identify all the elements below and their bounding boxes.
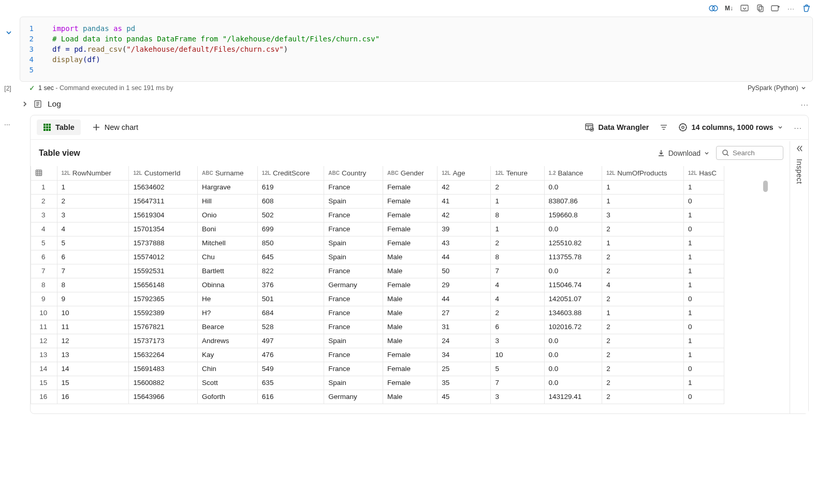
cell: 2 [31,194,57,208]
svg-point-0 [709,6,714,11]
table-row[interactable]: 4415701354Boni699FranceFemale3910.020 [31,222,724,236]
column-header-country[interactable]: ABCCountry [324,166,383,180]
cell: 113755.78 [544,250,602,264]
column-header-balance[interactable]: 1.2Balance [544,166,602,180]
cell: 142051.07 [544,292,602,306]
cell: Female [383,362,437,376]
table-row[interactable]: 141415691483Chin549FranceFemale2550.020 [31,362,724,376]
cell: 4 [602,278,684,292]
duration-label: 1 sec - Command executed in 1 sec 191 ms… [38,84,173,92]
cell: 3 [602,208,684,222]
svg-rect-8 [46,124,48,126]
column-header-customerid[interactable]: 12LCustomerId [129,166,198,180]
copy-cell-icon[interactable] [755,3,765,13]
inspect-label[interactable]: Inspect [795,159,804,184]
filter-icon[interactable] [660,123,668,131]
cell: France [324,222,383,236]
cell: 50 [437,264,491,278]
data-table-wrap[interactable]: 12LRowNumber12LCustomerIdABCSurname12LCr… [31,166,790,404]
cell: 25 [437,362,491,376]
cell: 15 [57,376,129,390]
add-cell-below-icon[interactable] [770,3,781,13]
search-box[interactable] [716,146,783,160]
delete-cell-icon[interactable] [801,3,812,13]
cell: 15592389 [129,306,198,320]
cell: 1 [491,194,544,208]
table-row[interactable]: 8815656148Obinna376GermanyFemale29411504… [31,278,724,292]
cell: Female [383,376,437,390]
table-row[interactable]: 161615643966Goforth616GermanyMale4531431… [31,390,724,404]
cell: Female [383,348,437,362]
cell: Male [383,390,437,404]
cell: 1 [684,264,724,278]
row-index-header[interactable] [31,166,57,180]
collapse-cell-chevron[interactable] [5,29,12,36]
column-header-age[interactable]: 12LAge [437,166,491,180]
table-row[interactable]: 3315619304Onio502FranceFemale428159660.8… [31,208,724,222]
table-row[interactable]: 151515600882Scott635SpainFemale3570.021 [31,376,724,390]
table-row[interactable]: 101015592389H?684FranceMale272134603.881… [31,306,724,320]
side-ellipsis-icon[interactable]: ··· [4,120,10,128]
cell: 2 [57,194,129,208]
cell: 15632264 [129,348,198,362]
table-row[interactable]: 131315632264Kay476FranceFemale34100.021 [31,348,724,362]
code-editor[interactable]: import pandas as pd # Load data into pan… [38,23,812,75]
new-chart-button[interactable]: New chart [87,120,143,135]
cell: 1 [31,180,57,194]
table-row[interactable]: 111115767821Bearce528FranceMale316102016… [31,320,724,334]
search-input[interactable] [733,149,774,157]
table-row[interactable]: 2215647311Hill608SpainFemale41183807.861… [31,194,724,208]
cell: 45 [437,390,491,404]
vertical-scroll-thumb[interactable] [763,181,768,192]
table-row[interactable]: 5515737888Mitchell850SpainFemale43212551… [31,236,724,250]
column-header-creditscore[interactable]: 12LCreditScore [257,166,324,180]
cell: 5 [31,236,57,250]
cell: 102016.72 [544,320,602,334]
column-header-gender[interactable]: ABCGender [383,166,437,180]
expand-log-chevron-icon[interactable] [22,101,28,107]
table-row[interactable]: 9915792365He501FranceMale444142051.0720 [31,292,724,306]
cell: 2 [491,236,544,250]
cell: H? [198,306,258,320]
column-header-hasc[interactable]: 12LHasC [684,166,724,180]
more-log-icon[interactable]: ··· [800,100,809,109]
column-header-surname[interactable]: ABCSurname [198,166,258,180]
svg-rect-12 [49,126,51,128]
table-row[interactable]: 6615574012Chu645SpainMale448113755.7821 [31,250,724,264]
cell: 1 [684,334,724,348]
cell: 619 [257,180,324,194]
cell: France [324,320,383,334]
collapse-inspect-icon[interactable] [795,144,804,153]
markdown-icon[interactable]: M↓ [724,3,734,13]
cell: France [324,292,383,306]
convert-cell-icon[interactable] [739,3,750,13]
svg-rect-3 [757,5,762,10]
data-wrangler-button[interactable]: Data Wrangler [585,123,649,132]
code-cell[interactable]: 1 2 3 4 5 import pandas as pd # Load dat… [20,17,813,82]
horizontal-scrollbar[interactable] [31,404,790,413]
cell: 9 [57,292,129,306]
table-view-button[interactable]: Table [37,120,81,135]
toggle-cell-icon[interactable] [708,3,719,13]
cell: Female [383,194,437,208]
column-header-rownumber[interactable]: 12LRowNumber [57,166,129,180]
log-section[interactable]: Log ··· [0,94,817,115]
column-count-button[interactable]: 14 columns, 1000 rows [678,123,784,132]
column-header-tenure[interactable]: 12LTenure [491,166,544,180]
cell: 7 [57,264,129,278]
kernel-label[interactable]: PySpark (Python) [748,84,807,92]
cell: 1 [684,348,724,362]
cell: 850 [257,236,324,250]
cell: 645 [257,250,324,264]
cell: 44 [437,292,491,306]
table-row[interactable]: 121215737173Andrews497SpainMale2430.021 [31,334,724,348]
more-output-icon[interactable]: ··· [794,123,802,132]
more-cell-actions-icon[interactable]: ··· [786,3,796,13]
column-header-numofproducts[interactable]: 12LNumOfProducts [602,166,684,180]
table-row[interactable]: 1115634602Hargrave619FranceFemale4220.01… [31,180,724,194]
download-button[interactable]: Download [657,149,710,157]
cell: 0 [684,390,724,404]
success-check-icon: ✓ [29,84,35,92]
table-row[interactable]: 7715592531Bartlett822FranceMale5070.021 [31,264,724,278]
cell: 822 [257,264,324,278]
